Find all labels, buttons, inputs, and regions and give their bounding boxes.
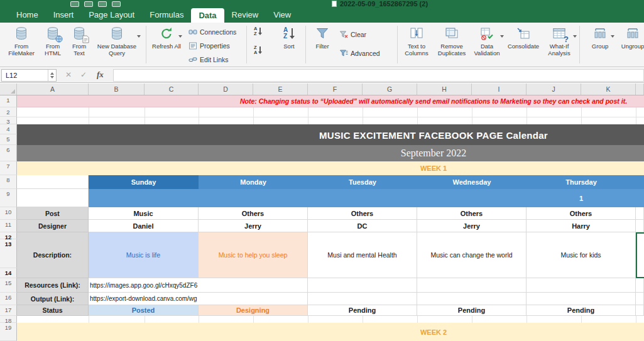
column-header[interactable]: K [581,84,636,95]
designer-thursday[interactable]: Harry [527,220,636,232]
sort-descending-button[interactable]: ZA [254,45,262,55]
empty-cell[interactable] [527,293,636,305]
day-header-wednesday[interactable]: Wednesday [417,175,527,189]
column-header[interactable]: J [527,84,581,95]
remove-duplicates-button[interactable]: Remove Duplicates [435,24,469,66]
description-monday[interactable]: Music to help you sleep [199,232,308,278]
connections-button[interactable]: Connections [188,28,236,36]
cell-a8[interactable] [17,175,89,189]
select-all-corner[interactable] [0,84,17,95]
status-sunday[interactable]: Posted [89,305,199,316]
empty-cell[interactable] [527,278,636,293]
advanced-filter-button[interactable]: Advanced [339,49,380,58]
designer-sunday[interactable]: Daniel [89,220,199,232]
date-row[interactable]: 1 [89,189,644,207]
ungroup-button[interactable]: Ungroup [617,24,644,66]
new-database-query-button[interactable]: New Database Query [93,24,141,66]
empty-cell[interactable] [417,278,527,293]
week1-cell[interactable]: WEEK 1 [17,161,644,175]
what-if-analysis-button[interactable]: ? What-If Analysis [542,24,577,66]
row-header[interactable]: 15 [0,278,17,293]
month-cell[interactable]: September 2022 [17,145,644,161]
row-header[interactable]: 11 [0,220,17,232]
label-output[interactable]: Output (Link): [17,293,89,305]
empty-cell[interactable] [417,293,527,305]
tab-insert[interactable]: Insert [46,8,82,23]
row-header[interactable]: 5 [0,134,17,145]
row-header[interactable]: 1 [0,95,17,107]
row-header[interactable]: 6 [0,145,17,161]
empty-cell[interactable] [308,293,417,305]
sort-button[interactable]: AZ Sort [275,24,303,66]
day-header-tuesday[interactable]: Tuesday [308,175,417,189]
empty-cell[interactable] [308,278,417,293]
column-header[interactable]: B [89,84,145,95]
description-thursday[interactable]: Music for kids [527,232,636,278]
label-description[interactable]: Description: [17,232,89,278]
tab-home[interactable]: Home [9,8,46,23]
edit-links-button[interactable]: Edit Links [188,55,229,64]
row-header[interactable]: 13 [0,239,17,268]
name-box[interactable]: L12 [1,69,57,82]
tab-page-layout[interactable]: Page Layout [81,8,142,23]
row-header[interactable]: 14 [0,268,17,278]
post-tuesday[interactable]: Others [308,207,417,220]
day-header-sunday[interactable]: Sunday [89,175,199,189]
week2-cell[interactable]: WEEK 2 [17,323,644,341]
quick-access-icon[interactable] [112,1,121,7]
cancel-icon[interactable]: ✕ [65,70,72,79]
row-header[interactable]: 10 [0,207,17,220]
description-wednesday[interactable]: Music can change the world [417,232,527,278]
label-status[interactable]: Status [17,305,89,316]
label-resources[interactable]: Resources (Link): [17,278,89,293]
from-filemaker-button[interactable]: From FileMaker [5,24,38,66]
status-thursday[interactable]: Pending [527,305,636,316]
status-wednesday[interactable]: Pending [417,305,527,316]
tab-view[interactable]: View [266,8,298,23]
cell-fragment[interactable] [636,207,644,220]
calendar-title-cell[interactable]: MUSIC EXCITEMENT FACEBOOK PAGE Calendar [17,124,644,145]
row-header[interactable]: 12 [0,232,17,239]
enter-icon[interactable]: ✓ [80,70,87,79]
column-header[interactable]: H [417,84,472,95]
formula-input[interactable] [113,69,644,82]
empty-cell[interactable] [199,278,308,293]
quick-access-icon[interactable] [70,1,79,7]
selected-cell-l12[interactable] [636,232,644,278]
row-header[interactable]: 8 [0,175,17,189]
consolidate-button[interactable]: Consolidate [506,24,540,66]
column-header[interactable]: F [308,84,363,95]
cell-fragment[interactable] [636,293,644,305]
status-tuesday[interactable]: Pending [308,305,417,316]
tab-review[interactable]: Review [224,8,266,23]
row-header[interactable]: 17 [0,305,17,316]
sort-ascending-button[interactable]: AZ [254,26,262,36]
from-html-button[interactable]: From HTML [39,24,67,66]
designer-tuesday[interactable]: DC [308,220,417,232]
label-designer[interactable]: Designer [17,220,89,232]
column-header[interactable]: D [199,84,253,95]
designer-monday[interactable]: Jerry [199,220,308,232]
row-header[interactable]: 9 [0,189,17,207]
clear-filter-button[interactable]: Clear [339,30,366,39]
properties-button[interactable]: Properties [188,41,230,50]
data-validation-button[interactable]: Data Validation [470,24,504,66]
insert-function-icon[interactable]: fx [97,70,104,80]
label-post[interactable]: Post [17,207,89,220]
description-tuesday[interactable]: Musi and mental Health [308,232,417,278]
post-sunday[interactable]: Music [89,207,199,220]
empty-cells[interactable] [17,316,644,323]
note-row-cell[interactable]: Note: Changing status to “Uploaded” will… [17,95,644,107]
row-header[interactable]: 7 [0,161,17,175]
resources-link-cell[interactable]: https://images.app.goo.gl/cHxqy5dZF6 [89,278,199,293]
empty-cell[interactable] [199,293,308,305]
post-wednesday[interactable]: Others [417,207,527,220]
description-sunday[interactable]: Music is life [89,232,199,278]
column-header[interactable]: I [472,84,527,95]
filter-button[interactable]: Filter [309,24,336,66]
row-header[interactable]: 16 [0,293,17,305]
cell-fragment[interactable] [636,220,644,232]
quick-access-icon[interactable] [84,1,93,7]
name-box-stepper[interactable] [48,70,56,81]
group-button[interactable]: Group [586,24,614,66]
